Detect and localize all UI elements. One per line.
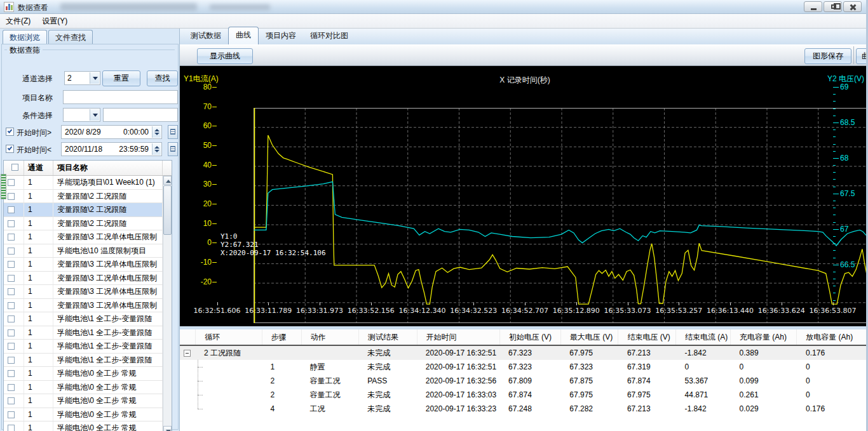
row-checkbox[interactable] bbox=[8, 397, 15, 404]
project-list-row[interactable]: 1变量跟随\3 工况单体电压限制 bbox=[4, 258, 172, 272]
show-curve-button[interactable]: 显示曲线 bbox=[197, 48, 253, 64]
project-list-row[interactable]: 1孚能电池\1 全工步-变量跟随 bbox=[4, 354, 172, 368]
project-list-row[interactable]: 1孚能电池\0 全工步 常规 bbox=[4, 367, 172, 381]
results-column-header[interactable]: 最大电压 (V) bbox=[561, 329, 619, 345]
results-column-header[interactable] bbox=[180, 329, 196, 345]
vertical-scrollbar[interactable] bbox=[163, 176, 172, 431]
scroll-up-button[interactable] bbox=[163, 176, 172, 185]
project-list-row[interactable]: 1孚能电池\0 全工步 常规 bbox=[4, 421, 172, 431]
channel-column-header[interactable]: 通道 bbox=[24, 161, 53, 175]
row-checkbox[interactable] bbox=[8, 193, 15, 200]
row-checkbox[interactable] bbox=[8, 234, 15, 241]
project-list-row[interactable]: 1变量跟随\3 工况单体电压限制 bbox=[4, 272, 172, 286]
row-checkbox[interactable] bbox=[8, 206, 15, 213]
row-checkbox[interactable] bbox=[8, 411, 15, 418]
row-checkbox[interactable] bbox=[8, 302, 15, 309]
row-channel: 1 bbox=[24, 244, 53, 258]
results-column-header[interactable]: 开始时间 bbox=[417, 329, 500, 345]
tab-curve[interactable]: 曲线 bbox=[228, 27, 259, 44]
results-column-header[interactable]: 动作 bbox=[302, 329, 360, 345]
results-column-header[interactable]: 充电容量 (Ah) bbox=[731, 329, 797, 345]
channel-dropdown-button[interactable] bbox=[90, 72, 99, 84]
start-time-lt-checkbox[interactable] bbox=[6, 145, 14, 153]
project-list-row[interactable]: 1孚能现场项目\01 Week10 (1) bbox=[4, 176, 172, 190]
results-column-header[interactable]: 步骤 bbox=[262, 329, 302, 345]
row-checkbox[interactable] bbox=[8, 425, 15, 431]
row-checkbox[interactable] bbox=[8, 343, 15, 350]
tab-test-data[interactable]: 测试数据 bbox=[184, 28, 228, 44]
search-button[interactable]: 查找 bbox=[147, 70, 178, 86]
select-all-checkbox[interactable] bbox=[11, 164, 18, 171]
row-checkbox[interactable] bbox=[8, 315, 15, 322]
project-list-row[interactable]: 1变量跟随\3 工况单体电压限制 bbox=[4, 230, 172, 244]
project-list-row[interactable]: 1变量跟随\2 工况跟随 bbox=[4, 217, 172, 231]
project-list-row[interactable]: 1孚能电池\0 全工步 常规 bbox=[4, 381, 172, 395]
calendar-button[interactable] bbox=[168, 142, 178, 156]
row-project-name: 变量跟随\3 工况单体电压限制 bbox=[53, 230, 163, 244]
start-time-lt-field[interactable]: 2020/11/18 23:59:59 bbox=[61, 142, 162, 156]
reset-button[interactable]: 重置 bbox=[102, 70, 140, 86]
project-list-row[interactable]: 1变量跟随\2 工况跟随 bbox=[4, 190, 172, 204]
y1-tick bbox=[212, 262, 217, 263]
project-name-input[interactable] bbox=[63, 90, 178, 104]
condition-value-input[interactable] bbox=[103, 108, 178, 122]
project-list-row[interactable]: 1变量跟随\3 工况单体电压限制 bbox=[4, 285, 172, 299]
restore-button[interactable] bbox=[824, 1, 842, 12]
project-list-row[interactable]: 1孚能电池\10 温度限制项目 bbox=[4, 244, 172, 258]
close-button[interactable] bbox=[843, 1, 862, 12]
project-list-row[interactable]: 1变量跟随\3 工况单体电压限制 bbox=[4, 299, 172, 313]
project-list-row[interactable]: 1变量跟随\2 工况跟随 bbox=[4, 203, 172, 217]
menu-settings[interactable]: 设置(Y) bbox=[36, 15, 73, 28]
results-row[interactable]: 4工况未完成2020-09-17 16:33:2367.24867.28267.… bbox=[180, 402, 868, 416]
start-clock-gt: 0:00:00 bbox=[123, 128, 149, 136]
plot-container[interactable] bbox=[217, 87, 833, 302]
tab-cycle-compare[interactable]: 循环对比图 bbox=[303, 28, 355, 44]
date-spinner[interactable] bbox=[152, 126, 161, 138]
results-row[interactable]: 2容量工况未完成2020-09-17 16:33:0367.87467.9756… bbox=[180, 388, 868, 402]
collapse-expander-icon[interactable] bbox=[184, 350, 191, 357]
results-row[interactable]: 1静置未完成2020-09-17 16:32:5167.32367.32367.… bbox=[180, 360, 868, 374]
row-checkbox[interactable] bbox=[8, 220, 15, 227]
minimize-button[interactable] bbox=[804, 1, 822, 12]
row-project-name: 变量跟随\2 工况跟随 bbox=[53, 190, 163, 203]
project-list-row[interactable]: 1孚能电池\0 全工步 常规 bbox=[4, 408, 172, 422]
row-checkbox[interactable] bbox=[8, 261, 15, 268]
app-chart-icon bbox=[4, 2, 14, 12]
row-checkbox[interactable] bbox=[8, 275, 15, 282]
save-graph-button[interactable]: 图形保存 bbox=[804, 48, 851, 64]
condition-dropdown-button[interactable] bbox=[90, 109, 99, 121]
row-checkbox[interactable] bbox=[8, 384, 15, 391]
row-checkbox[interactable] bbox=[8, 179, 15, 186]
calendar-button[interactable] bbox=[168, 125, 178, 139]
results-column-header[interactable]: 结束电压 (V) bbox=[618, 329, 676, 345]
date-spinner[interactable] bbox=[152, 143, 161, 155]
results-row[interactable]: 2容量工况PASS2020-09-17 16:32:5667.80967.875… bbox=[180, 374, 868, 388]
plot-area[interactable] bbox=[254, 108, 866, 323]
results-column-header[interactable]: 结束电流 (A) bbox=[676, 329, 731, 345]
results-row[interactable]: 2 工况跟随未完成2020-09-17 16:32:5167.32367.975… bbox=[180, 346, 868, 360]
scroll-thumb[interactable] bbox=[163, 185, 172, 235]
results-column-header[interactable]: 初始电压 (V) bbox=[500, 329, 561, 345]
row-checkbox[interactable] bbox=[8, 248, 15, 255]
row-checkbox[interactable] bbox=[8, 370, 15, 377]
results-column-header[interactable]: 测试结果 bbox=[359, 329, 417, 345]
scroll-down-button[interactable] bbox=[163, 426, 172, 431]
row-checkbox[interactable] bbox=[8, 288, 15, 295]
results-cell: 44.871 bbox=[676, 388, 731, 402]
results-column-header[interactable]: 循环 bbox=[196, 329, 262, 345]
project-list-row[interactable]: 1孚能电池\0 全工步 常规 bbox=[4, 394, 172, 408]
start-time-gt-field[interactable]: 2020/ 8/29 0:00:00 bbox=[61, 125, 162, 139]
project-list-row[interactable]: 1孚能电池\1 全工步-变量跟随 bbox=[4, 340, 172, 354]
project-column-header[interactable]: 项目名称 bbox=[53, 161, 163, 175]
results-column-header[interactable]: 放电容量 (Ah) bbox=[797, 329, 868, 345]
channel-select[interactable]: 2 bbox=[64, 71, 100, 85]
project-list-row[interactable]: 1孚能电池\1 全工步-变量跟随 bbox=[4, 312, 172, 326]
condition-select[interactable] bbox=[63, 108, 100, 122]
start-time-gt-checkbox[interactable] bbox=[6, 128, 14, 136]
menu-file[interactable]: 文件(Z) bbox=[0, 15, 36, 28]
results-cell: 0.099 bbox=[731, 374, 797, 388]
row-checkbox[interactable] bbox=[8, 357, 15, 364]
project-list-row[interactable]: 1孚能电池\1 全工步-变量跟随 bbox=[4, 326, 172, 340]
tab-project-content[interactable]: 项目内容 bbox=[259, 28, 303, 44]
row-checkbox[interactable] bbox=[8, 329, 15, 336]
